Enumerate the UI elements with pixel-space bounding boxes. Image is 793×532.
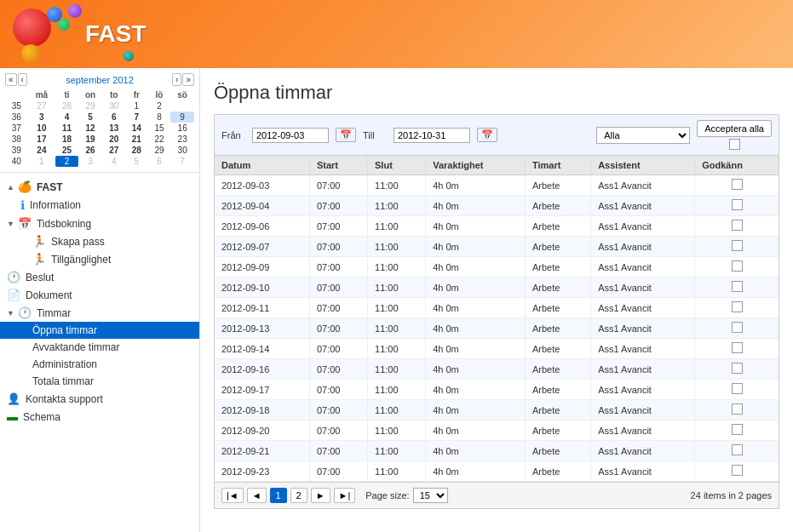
cal-day[interactable]: 3: [78, 156, 103, 167]
table-row[interactable]: 2012-09-1007:0011:004h 0mArbeteAss1 Avan…: [215, 277, 779, 298]
cal-day[interactable]: 2: [148, 100, 171, 112]
godkann-checkbox[interactable]: [732, 424, 743, 435]
table-row[interactable]: 2012-09-0607:0011:004h 0mArbeteAss1 Avan…: [215, 216, 779, 237]
table-row[interactable]: 2012-09-2307:0011:004h 0mArbeteAss1 Avan…: [215, 461, 779, 482]
cal-day[interactable]: 27: [102, 145, 125, 156]
nav-item-totala-timmar[interactable]: Totala timmar: [0, 373, 199, 390]
cal-day[interactable]: 3: [28, 112, 56, 123]
cal-day[interactable]: 20: [102, 134, 125, 145]
page-prev-button[interactable]: ◄: [247, 488, 267, 503]
cal-day[interactable]: 19: [78, 134, 103, 145]
cal-day[interactable]: 24: [28, 145, 56, 156]
table-row[interactable]: 2012-09-1607:0011:004h 0mArbeteAss1 Avan…: [215, 359, 779, 380]
calendar-prev-prev-button[interactable]: «: [5, 73, 17, 86]
cal-day[interactable]: 30: [170, 145, 194, 156]
nav-item-kontakta-support[interactable]: 👤 Kontakta support: [0, 390, 199, 408]
page-2-button[interactable]: 2: [290, 488, 307, 503]
nav-item-schema[interactable]: ▬ Schema: [0, 408, 199, 426]
cal-day[interactable]: 5: [125, 156, 148, 167]
cal-day[interactable]: 21: [125, 134, 148, 145]
cal-day[interactable]: 1: [28, 156, 56, 167]
cal-day[interactable]: 6: [148, 156, 171, 167]
cal-day[interactable]: 29: [78, 100, 103, 112]
godkann-checkbox[interactable]: [732, 199, 743, 210]
calendar-prev-button[interactable]: ‹: [18, 73, 27, 86]
cal-day[interactable]: 5: [78, 112, 103, 123]
page-size-select[interactable]: 15 25 50: [413, 488, 448, 503]
godkann-checkbox[interactable]: [732, 281, 743, 292]
table-row[interactable]: 2012-09-0407:0011:004h 0mArbeteAss1 Avan…: [215, 196, 779, 216]
nav-item-fast[interactable]: ▲ 🍊 FAST: [0, 178, 199, 196]
cal-day[interactable]: 25: [55, 145, 78, 156]
accept-all-checkbox[interactable]: [729, 139, 740, 150]
nav-item-information[interactable]: ℹ Information: [0, 196, 199, 215]
nav-item-skapa-pass[interactable]: 🏃 Skapa pass: [0, 232, 199, 250]
calendar-next-button[interactable]: ›: [172, 73, 181, 86]
cal-day[interactable]: 26: [78, 145, 103, 156]
cal-day[interactable]: 28: [125, 145, 148, 156]
godkann-checkbox[interactable]: [732, 179, 743, 190]
page-next-button[interactable]: ►: [311, 488, 330, 503]
nav-item-administration[interactable]: Administration: [0, 356, 199, 373]
cal-day[interactable]: 29: [148, 145, 171, 156]
godkann-checkbox[interactable]: [732, 220, 743, 231]
nav-item-tidsbokning[interactable]: ▼ 📅 Tidsbokning: [0, 215, 199, 232]
godkann-checkbox[interactable]: [732, 240, 743, 251]
cal-day[interactable]: 2: [55, 156, 78, 167]
cal-day[interactable]: 11: [55, 123, 78, 134]
godkann-checkbox[interactable]: [732, 260, 743, 272]
godkann-checkbox[interactable]: [732, 342, 743, 353]
cal-day[interactable]: 7: [170, 156, 194, 167]
cal-day[interactable]: 13: [102, 123, 125, 134]
calendar-next-next-button[interactable]: »: [182, 73, 194, 86]
table-row[interactable]: 2012-09-1307:0011:004h 0mArbeteAss1 Avan…: [215, 318, 779, 339]
table-row[interactable]: 2012-09-2107:0011:004h 0mArbeteAss1 Avan…: [215, 441, 779, 461]
nav-item-dokument[interactable]: 📄 Dokument: [0, 286, 199, 304]
table-row[interactable]: 2012-09-1707:0011:004h 0mArbeteAss1 Avan…: [215, 380, 779, 400]
cal-day[interactable]: 16: [170, 123, 194, 134]
table-row[interactable]: 2012-09-2007:0011:004h 0mArbeteAss1 Avan…: [215, 420, 779, 441]
till-date-input[interactable]: [394, 128, 470, 143]
godkann-checkbox[interactable]: [732, 444, 743, 455]
cal-day[interactable]: 28: [55, 100, 78, 112]
accept-all-button[interactable]: Acceptera alla: [697, 120, 772, 137]
godkann-checkbox[interactable]: [732, 383, 743, 394]
godkann-checkbox[interactable]: [732, 301, 743, 312]
table-row[interactable]: 2012-09-1407:0011:004h 0mArbeteAss1 Avan…: [215, 339, 779, 359]
table-row[interactable]: 2012-09-0307:0011:004h 0mArbeteAss1 Avan…: [215, 175, 779, 196]
godkann-checkbox[interactable]: [732, 322, 743, 333]
cal-day[interactable]: 14: [125, 123, 148, 134]
nav-item-timmar[interactable]: ▼ 🕐 Timmar: [0, 304, 199, 322]
cal-day[interactable]: 8: [148, 112, 171, 123]
godkann-checkbox[interactable]: [732, 465, 743, 476]
nav-item-beslut[interactable]: 🕐 Beslut: [0, 268, 199, 286]
page-last-button[interactable]: ►|: [334, 488, 356, 503]
cal-day[interactable]: 18: [55, 134, 78, 145]
godkann-checkbox[interactable]: [732, 403, 743, 415]
table-row[interactable]: 2012-09-0707:0011:004h 0mArbeteAss1 Avan…: [215, 237, 779, 257]
table-row[interactable]: 2012-09-1107:0011:004h 0mArbeteAss1 Avan…: [215, 298, 779, 318]
page-first-button[interactable]: |◄: [221, 488, 244, 503]
cal-day[interactable]: 10: [28, 123, 56, 134]
from-date-input[interactable]: [252, 128, 329, 143]
till-calendar-button[interactable]: 📅: [477, 128, 497, 142]
cal-day[interactable]: 4: [102, 156, 125, 167]
cal-day[interactable]: 4: [55, 112, 78, 123]
cal-day[interactable]: 7: [125, 112, 148, 123]
assistant-select[interactable]: Alla: [596, 127, 690, 144]
cal-day[interactable]: 9: [170, 112, 194, 123]
cal-day[interactable]: 1: [125, 100, 148, 112]
nav-item-oppna-timmar[interactable]: Öppna timmar: [0, 322, 199, 339]
page-1-button[interactable]: 1: [270, 488, 287, 503]
cal-day[interactable]: 22: [148, 134, 171, 145]
nav-item-avvaktande-timmar[interactable]: Avvaktande timmar: [0, 339, 199, 356]
table-row[interactable]: 2012-09-0907:0011:004h 0mArbeteAss1 Avan…: [215, 257, 779, 277]
cal-day[interactable]: 17: [28, 134, 56, 145]
godkann-checkbox[interactable]: [732, 363, 743, 374]
cal-day[interactable]: 27: [28, 100, 56, 112]
cal-day[interactable]: 12: [78, 123, 103, 134]
table-row[interactable]: 2012-09-1807:0011:004h 0mArbeteAss1 Avan…: [215, 400, 779, 420]
nav-item-tillganglighet[interactable]: 🏃 Tillgänglighet: [0, 250, 199, 268]
cal-day[interactable]: 23: [170, 134, 194, 145]
cal-day[interactable]: 30: [102, 100, 125, 112]
